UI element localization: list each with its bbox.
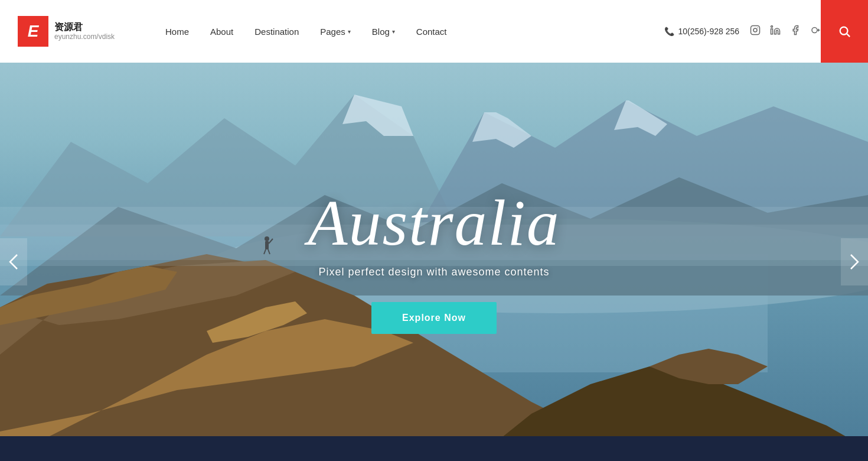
logo-text: 资源君 eyunzhu.com/vdisk xyxy=(54,21,115,41)
logo-chinese-name: 资源君 xyxy=(54,21,115,33)
phone-number: 10(256)-928 256 xyxy=(678,27,739,36)
blog-dropdown-arrow: ▾ xyxy=(392,28,395,35)
svg-line-32 xyxy=(847,34,850,37)
slider-prev-button[interactable] xyxy=(0,238,27,285)
logo-domain: eyunzhu.com/vdisk xyxy=(54,33,115,41)
nav-item-home[interactable]: Home xyxy=(165,27,189,37)
hero-content: Australia Pixel perfect design with awes… xyxy=(0,0,868,461)
svg-point-27 xyxy=(771,26,773,28)
hero-section: Australia Pixel perfect design with awes… xyxy=(0,0,868,461)
google-plus-icon[interactable] xyxy=(810,25,821,38)
facebook-icon[interactable] xyxy=(790,25,801,38)
nav-item-blog[interactable]: Blog ▾ xyxy=(372,27,395,37)
svg-rect-23 xyxy=(751,26,760,35)
bottom-bar xyxy=(0,436,868,461)
search-button[interactable] xyxy=(821,0,868,63)
site-header: E 资源君 eyunzhu.com/vdisk Home About Desti… xyxy=(0,0,868,63)
chevron-left-icon xyxy=(9,254,18,270)
phone-area: 📞 10(256)-928 256 xyxy=(664,27,739,36)
svg-rect-26 xyxy=(771,29,773,34)
nav-item-pages[interactable]: Pages ▾ xyxy=(320,27,351,37)
chevron-right-icon xyxy=(850,254,859,270)
logo-icon: E xyxy=(18,16,48,47)
phone-icon: 📞 xyxy=(664,27,674,36)
instagram-icon[interactable] xyxy=(750,25,761,38)
logo-area: E 资源君 eyunzhu.com/vdisk xyxy=(18,16,136,47)
svg-point-31 xyxy=(840,27,848,35)
svg-point-28 xyxy=(812,28,817,33)
linkedin-icon[interactable] xyxy=(770,25,781,38)
nav-item-contact[interactable]: Contact xyxy=(416,27,447,37)
explore-button[interactable]: Explore Now xyxy=(371,302,497,334)
nav-item-destination[interactable]: Destination xyxy=(254,27,299,37)
pages-dropdown-arrow: ▾ xyxy=(348,28,351,35)
svg-point-24 xyxy=(753,28,757,32)
header-right: 📞 10(256)-928 256 xyxy=(664,25,821,38)
hero-subtitle: Pixel perfect design with awesome conten… xyxy=(318,266,549,278)
svg-point-25 xyxy=(757,27,758,28)
search-icon xyxy=(838,25,851,38)
hero-title: Australia xyxy=(308,190,560,255)
main-nav: Home About Destination Pages ▾ Blog ▾ Co… xyxy=(165,27,664,37)
social-icons xyxy=(750,25,821,38)
nav-item-about[interactable]: About xyxy=(210,27,233,37)
slider-next-button[interactable] xyxy=(841,238,868,285)
